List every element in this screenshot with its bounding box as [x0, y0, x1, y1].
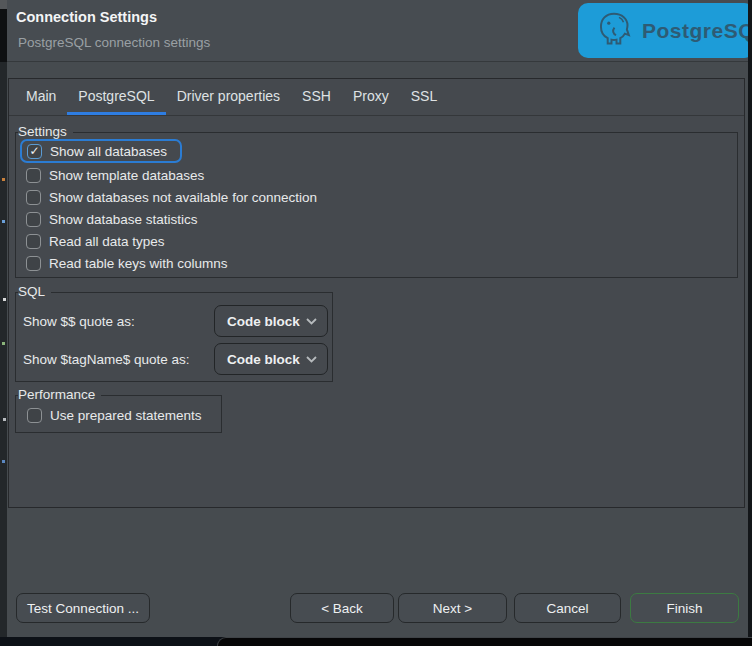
checkbox-unchecked-icon — [26, 234, 41, 249]
checkbox-show-template-databases[interactable]: Show template databases — [26, 164, 204, 186]
tab-ssh[interactable]: SSH — [291, 79, 342, 115]
elephant-icon — [596, 10, 632, 52]
sql-group-label: SQL — [18, 284, 51, 299]
cancel-button[interactable]: Cancel — [514, 593, 621, 623]
test-connection-button[interactable]: Test Connection ... — [16, 593, 150, 623]
background-app-edge — [0, 0, 7, 646]
postgresql-logo-text: PostgreSQL — [642, 19, 748, 43]
performance-group-label: Performance — [18, 387, 101, 402]
finish-button[interactable]: Finish — [630, 593, 739, 623]
settings-tab-panel: Main PostgreSQL Driver properties SSH Pr… — [8, 78, 745, 508]
performance-group: Performance Use prepared statements — [15, 395, 222, 433]
dollar-quote-dropdown[interactable]: Code block — [214, 305, 328, 337]
checkbox-show-databases-not-available[interactable]: Show databases not available for connect… — [26, 186, 317, 208]
settings-group: Settings ✓ Show all databases Show templ… — [15, 132, 738, 278]
postgresql-logo: PostgreSQL — [578, 3, 748, 58]
chevron-down-icon — [306, 318, 317, 325]
background-corner-notch — [0, 0, 7, 9]
checkbox-read-all-data-types[interactable]: Read all data types — [26, 230, 165, 252]
tagname-quote-dropdown[interactable]: Code block — [214, 343, 328, 375]
checkbox-unchecked-icon — [26, 190, 41, 205]
tab-postgresql[interactable]: PostgreSQL — [67, 79, 165, 115]
checkbox-use-prepared-statements[interactable]: Use prepared statements — [27, 404, 202, 426]
checkbox-read-table-keys[interactable]: Read table keys with columns — [26, 252, 228, 274]
page-subtitle: PostgreSQL connection settings — [18, 35, 210, 50]
checkbox-unchecked-icon — [27, 408, 42, 423]
checkbox-unchecked-icon — [26, 256, 41, 271]
background-app-edge-dark — [0, 8, 7, 62]
connection-settings-dialog: Connection Settings PostgreSQL connectio… — [7, 0, 748, 637]
page-title: Connection Settings — [16, 9, 157, 25]
checkbox-unchecked-icon — [26, 168, 41, 183]
tab-ssl[interactable]: SSL — [400, 79, 448, 115]
tagname-quote-label: Show $tagName$ quote as: — [23, 352, 190, 367]
next-button[interactable]: Next > — [398, 593, 507, 623]
background-window-corner — [217, 637, 752, 646]
tab-bar: Main PostgreSQL Driver properties SSH Pr… — [9, 79, 744, 116]
tab-proxy[interactable]: Proxy — [342, 79, 400, 115]
back-button[interactable]: < Back — [290, 593, 394, 623]
tab-driver-properties[interactable]: Driver properties — [166, 79, 291, 115]
checkbox-show-database-statistics[interactable]: Show database statistics — [26, 208, 198, 230]
dialog-header: Connection Settings PostgreSQL connectio… — [7, 0, 748, 62]
settings-group-label: Settings — [18, 124, 73, 139]
checkbox-show-all-databases[interactable]: ✓ Show all databases — [20, 139, 182, 163]
checkbox-unchecked-icon — [26, 212, 41, 227]
background-editor-text-specks — [2, 178, 5, 181]
tab-main[interactable]: Main — [15, 79, 67, 115]
dollar-quote-label: Show $$ quote as: — [23, 314, 135, 329]
sql-group: SQL Show $$ quote as: Code block Show $t… — [15, 292, 333, 382]
checkbox-checked-icon: ✓ — [27, 144, 42, 159]
chevron-down-icon — [306, 356, 317, 363]
background-app-edge-right — [748, 0, 752, 646]
